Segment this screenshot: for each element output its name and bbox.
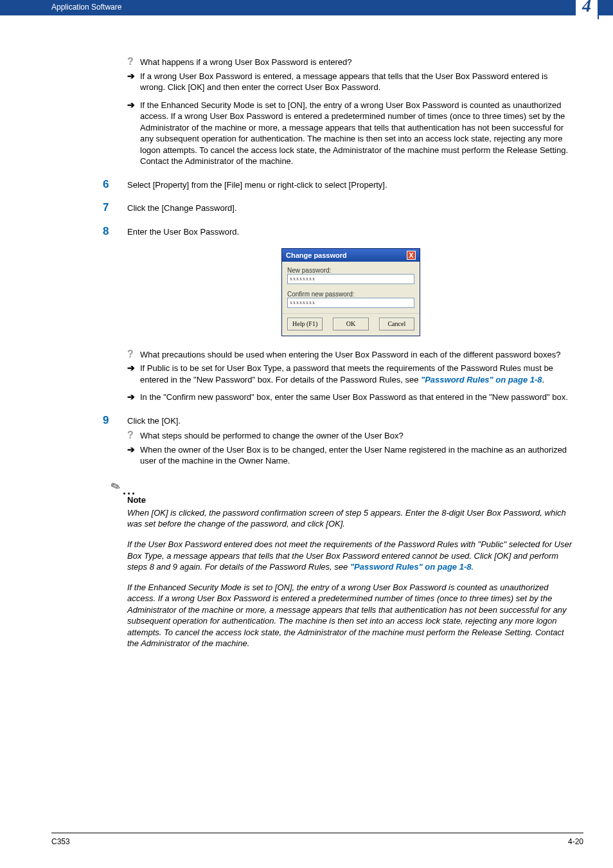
step-number: 9: [103, 415, 127, 427]
ok-button[interactable]: OK: [333, 318, 368, 330]
close-icon[interactable]: X: [407, 251, 416, 260]
cancel-button[interactable]: Cancel: [379, 318, 414, 330]
section-title: Application Software: [51, 3, 121, 12]
password-rules-link[interactable]: "Password Rules" on page 1-8: [350, 562, 472, 572]
step-9: 9 Click the [OK].: [103, 415, 574, 427]
note-paragraph: If the User Box Password entered does no…: [127, 539, 574, 573]
step-number: 6: [103, 179, 127, 191]
qa-answer-text: When the owner of the User Box is to be …: [140, 444, 574, 467]
dialog-figure: Change password X New password: Confirm …: [127, 248, 574, 336]
step-7: 7 Click the [Change Password].: [103, 202, 574, 214]
header-bar: Application Software: [0, 0, 613, 15]
note-paragraph: If the Enhanced Security Mode is set to …: [127, 582, 574, 649]
step-6: 6 Select [Property] from the [File] menu…: [103, 179, 574, 191]
step-number: 7: [103, 202, 127, 214]
arrow-icon: ➔: [127, 363, 140, 385]
dialog-titlebar: Change password X: [282, 249, 420, 262]
new-password-label: New password:: [287, 267, 414, 274]
chapter-tab: 4: [576, 0, 599, 19]
qa-answer: ➔ If a wrong User Box Password is entere…: [127, 71, 574, 93]
qa-question: ? What precautions should be used when e…: [127, 349, 574, 361]
footer-left: C353: [51, 837, 70, 846]
arrow-icon: ➔: [127, 392, 140, 403]
new-password-input[interactable]: [287, 274, 414, 284]
qa-answer: ➔ If Public is to be set for User Box Ty…: [127, 363, 574, 385]
step-number: 8: [103, 226, 127, 238]
page-content: ? What happens if a wrong User Box Passw…: [0, 18, 613, 658]
question-icon: ?: [127, 349, 140, 361]
qa-question: ? What happens if a wrong User Box Passw…: [127, 57, 574, 68]
help-button[interactable]: Help (F1): [287, 318, 323, 330]
confirm-password-input[interactable]: [287, 298, 414, 308]
qa-answer-text: If the Enhanced Security Mode is set to …: [140, 100, 574, 167]
footer-right: 4-20: [568, 837, 583, 846]
pen-icon: ✎: [109, 478, 123, 495]
page-footer: C353 4-20: [51, 833, 583, 846]
qa-answer: ➔ If the Enhanced Security Mode is set t…: [127, 100, 574, 167]
arrow-icon: ➔: [127, 444, 140, 467]
qa-answer: ➔ In the "Confirm new password" box, ent…: [127, 392, 574, 403]
note-text-b: .: [471, 562, 474, 572]
confirm-password-label: Confirm new password:: [287, 291, 414, 298]
arrow-icon: ➔: [127, 100, 140, 167]
qa-answer: ➔ When the owner of the User Box is to b…: [127, 444, 574, 467]
qa-question-text: What steps should be performed to change…: [140, 430, 574, 442]
dialog-body: New password: Confirm new password:: [282, 262, 420, 313]
question-icon: ?: [127, 57, 140, 68]
change-password-dialog: Change password X New password: Confirm …: [281, 248, 420, 336]
qa-question-text: What precautions should be used when ent…: [140, 349, 574, 361]
qa-question-text: What happens if a wrong User Box Passwor…: [140, 57, 574, 68]
step-text: Select [Property] from the [File] menu o…: [127, 179, 574, 191]
dots-icon: ...: [123, 487, 136, 494]
qa-question: ? What steps should be performed to chan…: [127, 430, 574, 442]
dialog-title-text: Change password: [286, 251, 347, 259]
dialog-button-row: Help (F1) OK Cancel: [282, 313, 420, 336]
note-label: Note: [127, 495, 574, 505]
answer-text-b: .: [542, 375, 545, 384]
arrow-icon: ➔: [127, 71, 140, 93]
note-section: ✎ ... Note When [OK] is clicked, the pas…: [111, 480, 574, 649]
note-paragraph: When [OK] is clicked, the password confi…: [127, 507, 574, 530]
step-8: 8 Enter the User Box Password.: [103, 226, 574, 238]
qa-answer-text: If a wrong User Box Password is entered,…: [140, 71, 574, 93]
step-text: Enter the User Box Password.: [127, 226, 574, 238]
qa-answer-text: In the "Confirm new password" box, enter…: [140, 392, 574, 403]
qa-answer-text: If Public is to be set for User Box Type…: [140, 363, 574, 385]
chapter-number: 4: [582, 0, 591, 16]
step-text: Click the [OK].: [127, 415, 574, 427]
password-rules-link[interactable]: "Password Rules" on page 1-8: [421, 375, 542, 384]
note-head: ✎ ...: [111, 480, 574, 494]
question-icon: ?: [127, 430, 140, 442]
step-text: Click the [Change Password].: [127, 202, 574, 214]
